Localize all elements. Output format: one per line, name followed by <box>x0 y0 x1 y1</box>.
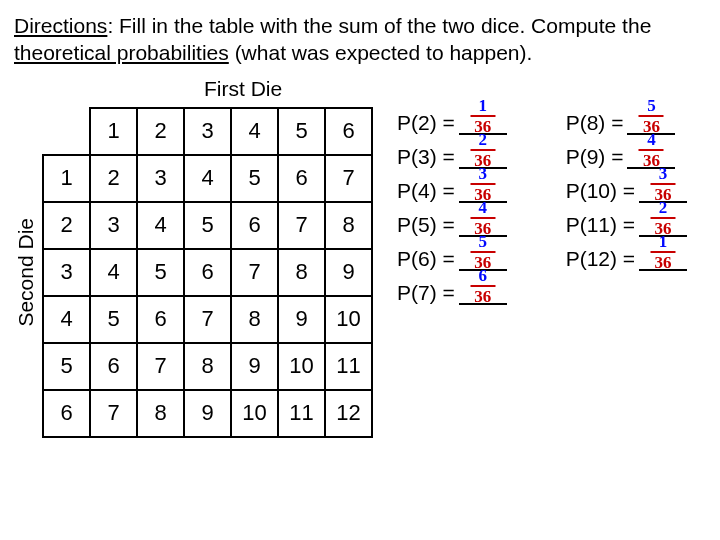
probability-item: P(5) = 4 36 <box>397 213 526 237</box>
fraction: 6 36 <box>470 267 495 305</box>
probability-item: P(3) = 2 36 <box>397 145 526 169</box>
table-cell: 3 <box>90 202 137 249</box>
table-cell: 7 <box>184 296 231 343</box>
directions-label: Directions <box>14 14 107 37</box>
table-cell: 3 <box>137 155 184 202</box>
table-cell: 8 <box>137 390 184 437</box>
table-cell: 9 <box>325 249 372 296</box>
table-corner <box>43 108 90 155</box>
probability-label: P(9) = <box>566 145 624 169</box>
row-header: 1 <box>43 155 90 202</box>
second-die-label: Second Die <box>14 218 38 327</box>
table-cell: 5 <box>137 249 184 296</box>
table-cell: 6 <box>184 249 231 296</box>
probability-item: P(4) = 3 36 <box>397 179 526 203</box>
probability-item: P(12) = 1 36 <box>566 247 706 271</box>
col-header: 2 <box>137 108 184 155</box>
row-header: 2 <box>43 202 90 249</box>
table-cell: 7 <box>137 343 184 390</box>
probability-label: P(5) = <box>397 213 455 237</box>
probability-label: P(10) = <box>566 179 635 203</box>
first-die-label: First Die <box>14 77 706 101</box>
probability-item: P(2) = 1 36 <box>397 111 526 135</box>
table-cell: 11 <box>325 343 372 390</box>
probability-label: P(8) = <box>566 111 624 135</box>
table-cell: 9 <box>278 296 325 343</box>
table-cell: 10 <box>325 296 372 343</box>
col-header: 5 <box>278 108 325 155</box>
row-header: 4 <box>43 296 90 343</box>
table-cell: 4 <box>184 155 231 202</box>
table-cell: 6 <box>231 202 278 249</box>
probability-item: P(10) = 3 36 <box>566 179 706 203</box>
table-cell: 8 <box>184 343 231 390</box>
probability-label: P(4) = <box>397 179 455 203</box>
table-cell: 5 <box>231 155 278 202</box>
probability-label: P(12) = <box>566 247 635 271</box>
answer-blank: 6 36 <box>459 282 507 305</box>
table-cell: 10 <box>278 343 325 390</box>
probability-label: P(3) = <box>397 145 455 169</box>
fraction: 1 36 <box>651 233 676 271</box>
directions-text: Directions: Fill in the table with the s… <box>14 12 706 67</box>
table-cell: 6 <box>278 155 325 202</box>
table-cell: 8 <box>231 296 278 343</box>
row-header: 6 <box>43 390 90 437</box>
table-cell: 11 <box>278 390 325 437</box>
table-cell: 2 <box>90 155 137 202</box>
probability-item: P(11) = 2 36 <box>566 213 706 237</box>
col-header: 3 <box>184 108 231 155</box>
probability-item: P(9) = 4 36 <box>566 145 706 169</box>
table-cell: 7 <box>90 390 137 437</box>
table-cell: 9 <box>184 390 231 437</box>
probability-label: P(7) = <box>397 281 455 305</box>
table-cell: 7 <box>231 249 278 296</box>
probability-label: P(11) = <box>566 213 635 237</box>
col-header: 6 <box>325 108 372 155</box>
probability-item: P(7) = 6 36 <box>397 281 526 305</box>
table-cell: 7 <box>278 202 325 249</box>
table-cell: 7 <box>325 155 372 202</box>
probability-label: P(6) = <box>397 247 455 271</box>
table-cell: 10 <box>231 390 278 437</box>
col-header: 1 <box>90 108 137 155</box>
dice-sum-table: 1 2 3 4 5 6 1 2 3 4 5 6 7 2 3 4 5 6 <box>42 107 373 438</box>
table-cell: 8 <box>325 202 372 249</box>
table-cell: 5 <box>184 202 231 249</box>
table-cell: 4 <box>90 249 137 296</box>
probability-item: P(6) = 5 36 <box>397 247 526 271</box>
table-cell: 4 <box>137 202 184 249</box>
probability-label: P(2) = <box>397 111 455 135</box>
table-cell: 6 <box>137 296 184 343</box>
col-header: 4 <box>231 108 278 155</box>
table-cell: 6 <box>90 343 137 390</box>
probability-list: P(2) = 1 36 P(8) = 5 36 P(3) = 2 <box>387 107 706 438</box>
table-cell: 8 <box>278 249 325 296</box>
table-cell: 12 <box>325 390 372 437</box>
table-cell: 9 <box>231 343 278 390</box>
row-header: 3 <box>43 249 90 296</box>
table-cell: 5 <box>90 296 137 343</box>
probability-item: P(8) = 5 36 <box>566 111 706 135</box>
row-header: 5 <box>43 343 90 390</box>
answer-blank: 1 36 <box>639 248 687 271</box>
